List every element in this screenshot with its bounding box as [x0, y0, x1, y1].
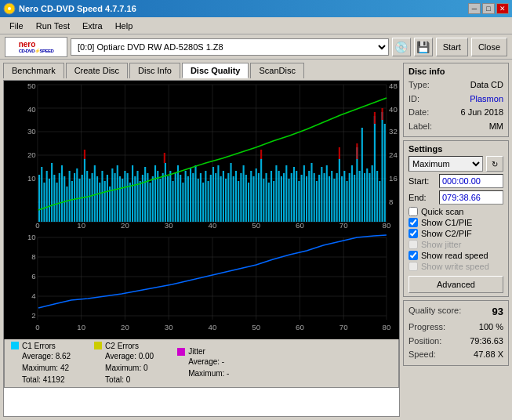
disc-info-panel: Disc info Type: Data CD ID: Plasmon Date… — [403, 63, 509, 137]
c1-stats: Average: 8.62 Maximum: 42 Total: 41192 — [22, 350, 71, 386]
svg-rect-84 — [202, 183, 204, 222]
svg-rect-44 — [101, 171, 103, 222]
svg-text:50: 50 — [252, 324, 260, 331]
show-c1-checkbox[interactable] — [409, 218, 418, 227]
svg-rect-125 — [306, 176, 307, 222]
menu-help[interactable]: Help — [109, 20, 140, 32]
position-value: 79:36.63 — [470, 335, 503, 349]
drive-select[interactable]: [0:0] Optiarc DVD RW AD-5280S 1.Z8 — [71, 38, 389, 56]
svg-text:80: 80 — [383, 222, 391, 230]
svg-text:50: 50 — [252, 222, 260, 230]
svg-rect-56 — [132, 165, 133, 222]
label-label: Label: — [409, 120, 432, 134]
svg-text:20: 20 — [121, 324, 129, 331]
svg-rect-26 — [56, 183, 57, 222]
svg-text:30: 30 — [27, 128, 36, 136]
svg-rect-39 — [89, 179, 90, 222]
svg-rect-157 — [84, 150, 85, 159]
svg-rect-121 — [296, 171, 297, 222]
svg-text:10: 10 — [77, 324, 85, 331]
speed-select[interactable]: Maximum — [409, 156, 483, 172]
c2-stats: Average: 0.00 Maximum: 0 Total: 0 — [105, 350, 154, 386]
svg-point-1 — [8, 7, 11, 10]
svg-text:10: 10 — [27, 175, 36, 183]
tab-create-disc[interactable]: Create Disc — [66, 63, 128, 78]
svg-rect-72 — [172, 181, 173, 222]
close-button[interactable]: ✕ — [496, 3, 509, 14]
svg-rect-149 — [366, 168, 368, 222]
bottom-chart: 10 8 6 4 2 0 10 20 30 40 50 60 70 80 — [4, 230, 399, 339]
svg-rect-74 — [177, 165, 179, 222]
quick-scan-checkbox[interactable] — [409, 207, 418, 216]
svg-rect-105 — [256, 168, 257, 222]
window-title: Nero CD-DVD Speed 4.7.7.16 — [19, 4, 136, 13]
svg-rect-163 — [381, 108, 383, 120]
svg-rect-94 — [227, 173, 229, 222]
svg-rect-50 — [117, 165, 118, 222]
menu-extra[interactable]: Extra — [76, 20, 109, 32]
show-jitter-row: Show jitter — [409, 240, 503, 249]
svg-rect-160 — [339, 147, 340, 159]
svg-text:0: 0 — [35, 324, 39, 331]
svg-rect-31 — [69, 171, 71, 222]
c2-title: C2 Errors — [105, 342, 139, 350]
svg-rect-98 — [238, 181, 239, 222]
svg-rect-158 — [164, 153, 165, 163]
show-write-checkbox[interactable] — [409, 262, 418, 271]
svg-rect-48 — [111, 168, 113, 222]
svg-rect-49 — [114, 173, 115, 222]
svg-rect-55 — [129, 183, 131, 222]
menu-file[interactable]: File — [3, 20, 30, 32]
svg-rect-85 — [205, 171, 206, 222]
show-jitter-checkbox[interactable] — [409, 240, 418, 249]
show-read-checkbox[interactable] — [409, 251, 418, 260]
svg-rect-58 — [136, 171, 138, 222]
svg-rect-109 — [265, 173, 267, 222]
jitter-title: Jitter — [188, 347, 205, 356]
svg-rect-96 — [233, 176, 234, 222]
svg-rect-23 — [49, 179, 50, 222]
show-c2-checkbox[interactable] — [409, 229, 418, 238]
eject-icon[interactable]: 💿 — [392, 38, 411, 56]
refresh-button[interactable]: ↻ — [486, 156, 503, 172]
svg-text:40: 40 — [209, 324, 217, 331]
svg-rect-104 — [252, 176, 254, 222]
c1-title: C1 Errors — [22, 342, 56, 350]
svg-text:30: 30 — [165, 324, 173, 331]
minimize-button[interactable]: ─ — [468, 3, 481, 14]
svg-rect-65 — [154, 165, 156, 222]
maximize-button[interactable]: □ — [482, 3, 495, 14]
start-time-input[interactable] — [439, 174, 503, 188]
svg-rect-154 — [379, 181, 380, 222]
svg-rect-52 — [122, 179, 123, 222]
start-button[interactable]: Start — [436, 38, 468, 56]
progress-value: 100 % — [479, 320, 503, 335]
legend-jitter: Jitter Average: - Maximum: - — [177, 347, 229, 379]
jitter-color-dot — [177, 348, 185, 356]
svg-rect-34 — [76, 168, 78, 222]
end-time-input[interactable] — [439, 190, 503, 205]
tab-disc-quality[interactable]: Disc Quality — [182, 63, 249, 78]
speed-stat-label: Speed: — [409, 348, 436, 362]
svg-rect-30 — [66, 186, 67, 222]
svg-rect-100 — [243, 165, 245, 222]
svg-rect-73 — [175, 173, 176, 222]
svg-rect-32 — [71, 181, 73, 222]
svg-rect-111 — [271, 171, 272, 222]
tab-disc-info[interactable]: Disc Info — [129, 63, 180, 78]
title-bar: Nero CD-DVD Speed 4.7.7.16 ─ □ ✕ — [0, 0, 512, 17]
svg-rect-64 — [152, 176, 154, 222]
tab-scandisc[interactable]: ScanDisc — [250, 63, 303, 78]
position-label: Position: — [409, 335, 441, 349]
svg-text:10: 10 — [77, 222, 85, 230]
close-button-toolbar[interactable]: Close — [471, 38, 507, 56]
advanced-button[interactable]: Advanced — [409, 276, 503, 293]
settings-panel: Settings Maximum ↻ Start: End: Quick sca… — [403, 140, 509, 297]
menu-run-test[interactable]: Run Test — [30, 20, 76, 32]
settings-title: Settings — [409, 144, 503, 154]
svg-text:20: 20 — [27, 151, 36, 159]
tab-benchmark[interactable]: Benchmark — [3, 63, 64, 78]
svg-rect-144 — [354, 175, 355, 222]
window-controls: ─ □ ✕ — [468, 3, 509, 14]
save-icon[interactable]: 💾 — [414, 38, 433, 56]
